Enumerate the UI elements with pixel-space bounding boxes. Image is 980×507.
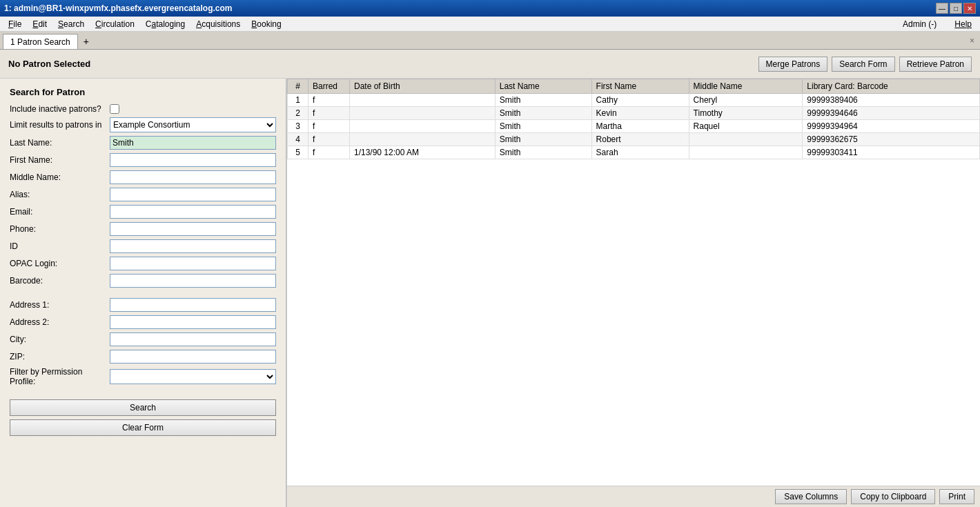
address1-label: Address 1:: [10, 300, 110, 310]
cell-dob: [350, 120, 496, 133]
menu-edit[interactable]: Edit: [27, 18, 52, 30]
cell-num: 4: [288, 133, 308, 146]
menu-cataloging[interactable]: Cataloging: [140, 18, 190, 30]
cell-barred: f: [308, 107, 350, 120]
cell-barcode: 99999394646: [803, 107, 980, 120]
window-controls: — □ ✕: [936, 3, 976, 14]
id-input[interactable]: [110, 239, 276, 253]
last-name-row: Last Name:: [10, 136, 276, 150]
table-header-row: # Barred Date of Birth Last Name First N…: [288, 79, 980, 94]
cell-dob: [350, 133, 496, 146]
tab-bar: 1 Patron Search + ×: [0, 32, 980, 50]
close-button[interactable]: ✕: [963, 3, 976, 14]
first-name-row: First Name:: [10, 153, 276, 167]
copy-clipboard-button[interactable]: Copy to Clipboard: [851, 489, 935, 504]
middle-name-row: Middle Name:: [10, 170, 276, 184]
col-header-num[interactable]: #: [288, 79, 308, 94]
menu-file[interactable]: File: [3, 18, 27, 30]
email-input[interactable]: [110, 205, 276, 219]
results-table: # Barred Date of Birth Last Name First N…: [287, 79, 980, 486]
cell-barcode: 99999389406: [803, 94, 980, 107]
cell-dob: 1/13/90 12:00 AM: [350, 146, 496, 159]
help-label[interactable]: Help: [949, 18, 977, 30]
col-header-first[interactable]: First Name: [591, 79, 689, 94]
middle-name-input[interactable]: [110, 170, 276, 184]
minimize-button[interactable]: —: [936, 3, 948, 14]
zip-label: ZIP:: [10, 352, 110, 361]
menu-circulation[interactable]: Circulation: [90, 18, 140, 30]
table-row[interactable]: 4 f Smith Robert 99999362675: [288, 133, 980, 146]
tab-close-icon[interactable]: ×: [970, 36, 977, 46]
middle-name-label: Middle Name:: [10, 172, 110, 182]
search-panel: Search for Patron Include inactive patro…: [0, 79, 286, 507]
zip-row: ZIP:: [10, 350, 276, 364]
save-columns-button[interactable]: Save Columns: [775, 489, 847, 504]
col-header-dob[interactable]: Date of Birth: [350, 79, 496, 94]
print-button[interactable]: Print: [939, 489, 974, 504]
opac-login-input[interactable]: [110, 257, 276, 270]
menu-booking[interactable]: Booking: [246, 18, 286, 30]
barcode-row: Barcode:: [10, 274, 276, 288]
col-header-barred[interactable]: Barred: [308, 79, 350, 94]
tab-label: 1 Patron Search: [10, 37, 70, 47]
cell-dob: [350, 94, 496, 107]
barcode-input[interactable]: [110, 274, 276, 288]
search-button[interactable]: Search: [10, 399, 276, 416]
col-header-last[interactable]: Last Name: [495, 79, 591, 94]
results-tbody: 1 f Smith Cathy Cheryl 99999389406 2 f S…: [288, 94, 980, 159]
maximize-button[interactable]: □: [950, 3, 962, 14]
cell-barred: f: [308, 94, 350, 107]
cell-barred: f: [308, 120, 350, 133]
table-row[interactable]: 1 f Smith Cathy Cheryl 99999389406: [288, 94, 980, 107]
include-inactive-label: Include inactive patrons?: [10, 104, 110, 114]
city-input[interactable]: [110, 332, 276, 346]
cell-barred: f: [308, 133, 350, 146]
cell-dob: [350, 107, 496, 120]
address1-row: Address 1:: [10, 298, 276, 312]
address1-input[interactable]: [110, 298, 276, 312]
cell-last: Smith: [495, 94, 591, 107]
limit-results-row: Limit results to patrons in Example Cons…: [10, 117, 276, 132]
opac-login-label: OPAC Login:: [10, 259, 110, 268]
cell-barcode: 99999394964: [803, 120, 980, 133]
last-name-label: Last Name:: [10, 138, 110, 148]
last-name-input[interactable]: [110, 136, 276, 150]
filter-profile-select[interactable]: [110, 369, 276, 384]
cell-first: Robert: [591, 133, 689, 146]
table-row[interactable]: 2 f Smith Kevin Timothy 99999394646: [288, 107, 980, 120]
patron-table: # Barred Date of Birth Last Name First N…: [287, 79, 980, 159]
address2-input[interactable]: [110, 315, 276, 329]
phone-label: Phone:: [10, 224, 110, 234]
col-header-barcode[interactable]: Library Card: Barcode: [803, 79, 980, 94]
menu-search[interactable]: Search: [52, 18, 90, 30]
app-title: 1: admin@BR1-winxpvmfx.phasefx.evergreen…: [4, 3, 232, 13]
merge-patrons-button[interactable]: Merge Patrons: [758, 57, 828, 72]
city-label: City:: [10, 335, 110, 344]
menu-acquisitions[interactable]: Acquisitions: [190, 18, 246, 30]
col-header-middle[interactable]: Middle Name: [689, 79, 803, 94]
phone-input[interactable]: [110, 222, 276, 236]
zip-input[interactable]: [110, 350, 276, 364]
table-row[interactable]: 5 f 1/13/90 12:00 AM Smith Sarah 9999930…: [288, 146, 980, 159]
action-buttons: Merge Patrons Search Form Retrieve Patro…: [758, 57, 972, 72]
city-row: City:: [10, 332, 276, 346]
include-inactive-checkbox[interactable]: [110, 104, 119, 114]
body-split: Search for Patron Include inactive patro…: [0, 79, 980, 507]
cell-barcode: 99999303411: [803, 146, 980, 159]
cell-num: 2: [288, 107, 308, 120]
limit-results-select[interactable]: Example Consortium: [110, 117, 276, 132]
tab-patron-search[interactable]: 1 Patron Search: [3, 34, 78, 49]
table-row[interactable]: 3 f Smith Martha Raquel 99999394964: [288, 120, 980, 133]
alias-row: Alias:: [10, 188, 276, 201]
first-name-input[interactable]: [110, 153, 276, 167]
bottom-toolbar: Save Columns Copy to Clipboard Print: [287, 486, 980, 507]
tab-add-button[interactable]: +: [78, 34, 95, 49]
cell-barcode: 99999362675: [803, 133, 980, 146]
barcode-label: Barcode:: [10, 276, 110, 286]
alias-input[interactable]: [110, 188, 276, 201]
retrieve-patron-button[interactable]: Retrieve Patron: [899, 57, 972, 72]
clear-form-button[interactable]: Clear Form: [10, 419, 276, 436]
email-label: Email:: [10, 207, 110, 217]
search-form-button[interactable]: Search Form: [832, 57, 894, 72]
cell-middle: Timothy: [689, 107, 803, 120]
